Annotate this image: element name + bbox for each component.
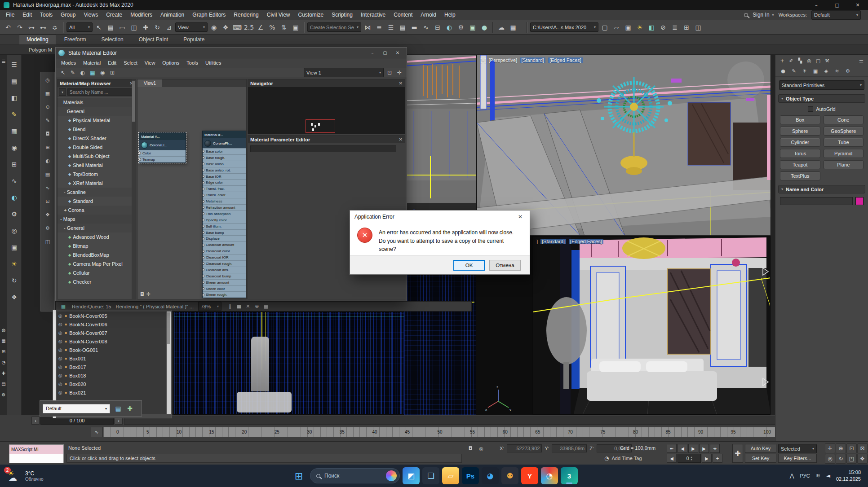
- sidebar-paint-icon[interactable]: ✎: [9, 109, 20, 120]
- node-parameter-slot[interactable]: Base aniso.: [203, 161, 246, 167]
- menu-item[interactable]: Customize: [294, 10, 328, 20]
- node-parameter-slot[interactable]: Sheen amount: [203, 279, 246, 285]
- manage-layers-icon[interactable]: ▤: [113, 403, 124, 414]
- slate-titlebar[interactable]: Slate Material Editor – ▢ ✕: [56, 48, 407, 58]
- browser-item-standard[interactable]: ◆ Standard: [58, 197, 136, 206]
- ribbon-tab[interactable]: Populate: [176, 35, 212, 44]
- navigator-close-icon[interactable]: ✕: [399, 81, 403, 86]
- scene-security-icon[interactable]: ⊘: [658, 22, 669, 33]
- visibility-eye-icon[interactable]: ◎: [58, 339, 62, 344]
- browser-item-blend[interactable]: ◆ Blend: [58, 125, 136, 134]
- object-type-button[interactable]: GeoSphere: [824, 127, 864, 136]
- scene-explorer-row[interactable]: ◎ ▪ Box001: [57, 354, 166, 363]
- node-parameter-slot[interactable]: Self-illum.: [203, 223, 246, 229]
- current-frame-field[interactable]: 0 ▴▾: [678, 454, 701, 463]
- zoom-render-icon[interactable]: ⊕: [253, 303, 261, 311]
- start-button[interactable]: ⊞: [290, 467, 307, 484]
- edge-dock-icon[interactable]: ◍: [0, 326, 7, 333]
- sidebar-misc-icon[interactable]: ❖: [9, 292, 20, 303]
- next-frame-button[interactable]: ▶: [702, 454, 712, 463]
- visibility-eye-icon[interactable]: ◎: [58, 390, 62, 395]
- put-material-to-scene-icon[interactable]: ◐: [78, 68, 87, 77]
- toggle-ribbon-icon[interactable]: ▬: [409, 22, 420, 33]
- viewport-label-part[interactable]: [Perspective]: [489, 57, 518, 63]
- menu-item[interactable]: Tools: [36, 10, 57, 20]
- modify-tab-icon[interactable]: ✐: [787, 57, 795, 65]
- ribbon-panel-label[interactable]: Polygon M: [29, 47, 52, 53]
- maxscript-input[interactable]: [9, 454, 63, 463]
- create-tab-icon[interactable]: +: [778, 57, 786, 65]
- canvas-pan-icon[interactable]: ✛: [146, 291, 151, 297]
- material-node-corona-light[interactable]: Material #... CoronaLi... ColorTexmap: [139, 132, 186, 163]
- node-canvas[interactable]: Material #... CoronaLi... ColorTexmap Ma…: [137, 87, 246, 299]
- sidebar-geometry-icon[interactable]: ▦: [9, 126, 20, 136]
- layout-all-icon[interactable]: ⊞: [108, 68, 117, 77]
- render-in-cloud-icon[interactable]: ☁: [496, 22, 507, 33]
- inner-tool-icon[interactable]: ◫: [44, 237, 52, 246]
- sidebar-light-icon[interactable]: ☀: [9, 259, 20, 269]
- browser-search-options-icon[interactable]: ▾: [59, 88, 66, 96]
- previous-key-button[interactable]: ◀: [678, 444, 687, 453]
- menu-item[interactable]: Arnold: [416, 10, 440, 20]
- browser-item-double-sided[interactable]: ◆ Double Sided: [58, 143, 136, 152]
- visibility-eye-icon[interactable]: ◎: [58, 356, 62, 361]
- visibility-eye-icon[interactable]: ◎: [58, 382, 62, 386]
- view-tab[interactable]: View1: [137, 79, 162, 87]
- track-bar[interactable]: [124, 417, 784, 425]
- display-tab-icon[interactable]: ▢: [814, 57, 822, 65]
- object-type-button[interactable]: Box: [780, 115, 820, 124]
- align-icon[interactable]: ≡: [374, 22, 385, 33]
- node-parameter-slot[interactable]: Base color: [203, 148, 246, 154]
- edge-dock-icon[interactable]: ✚: [0, 369, 7, 377]
- search-icon[interactable]: [744, 13, 748, 17]
- reference-coordinate-dropdown[interactable]: View ▾: [175, 22, 208, 32]
- geometry-category-icon[interactable]: ●: [779, 67, 787, 75]
- menu-item[interactable]: Graph Editors: [188, 10, 230, 20]
- scene-explorer-row[interactable]: ◎ ▪ BookN-Cover006: [57, 320, 166, 329]
- perspective-viewport-label[interactable]: [+][Perspective][Standard][Edged Faces]: [480, 57, 583, 63]
- browser-group-scanline[interactable]: ◆ - Scanline: [58, 188, 136, 197]
- inner-tool-icon[interactable]: ▤: [44, 170, 52, 178]
- maximize-viewport-toggle-icon[interactable]: ◳: [846, 454, 857, 464]
- goto-end-button[interactable]: ↠: [710, 444, 720, 453]
- helpers-category-icon[interactable]: ◈: [822, 67, 830, 75]
- browser-item-cellular[interactable]: ◆ Cellular: [58, 268, 136, 277]
- menu-item[interactable]: Civil View: [263, 10, 294, 20]
- node-parameter-slot[interactable]: Edge color: [203, 179, 246, 185]
- inner-tool-icon[interactable]: ❖: [44, 211, 52, 219]
- minimize-button[interactable]: –: [806, 0, 827, 10]
- sidebar-menu-icon[interactable]: ☰: [9, 59, 20, 70]
- scene-explorer-row[interactable]: ◎ ▪ Box021: [57, 388, 166, 397]
- panel-menu-icon[interactable]: ☰: [857, 57, 865, 65]
- object-type-button[interactable]: Plane: [824, 160, 864, 169]
- sidebar-camera-icon[interactable]: ▣: [9, 242, 20, 253]
- use-pivot-point-center-icon[interactable]: ◉: [208, 22, 219, 33]
- menu-item[interactable]: Edit: [18, 10, 36, 20]
- render-setup-icon[interactable]: ⚙: [456, 22, 466, 33]
- create-layer-icon[interactable]: ✚: [124, 403, 135, 414]
- select-and-rotate-icon[interactable]: ↻: [152, 22, 163, 33]
- yandex[interactable]: Y: [521, 467, 538, 484]
- curve-editor-icon[interactable]: ∿: [421, 22, 431, 33]
- select-and-manipulate-icon[interactable]: ❖: [220, 22, 231, 33]
- scene-explorer-row[interactable]: ◎ ▪ Book-OG001: [57, 346, 166, 354]
- schematic-view-icon[interactable]: ⊟: [432, 22, 443, 33]
- parameter-editor-field[interactable]: [250, 145, 396, 152]
- display-toggle-icon[interactable]: ◫: [693, 22, 704, 33]
- timeline-ruler[interactable]: 0510152025303540455055606570758085909510…: [103, 427, 784, 437]
- object-type-rollout[interactable]: ▾ Object Type: [778, 94, 865, 103]
- inner-tool-icon[interactable]: ⚙: [44, 224, 52, 232]
- rendered-frame-window-icon[interactable]: ▣: [467, 22, 478, 33]
- pan-view-icon[interactable]: ✛: [825, 443, 835, 453]
- edge-dock-icon[interactable]: ◔: [0, 359, 7, 366]
- language-indicator[interactable]: РУС: [800, 473, 810, 478]
- inner-tool-icon[interactable]: ∿: [44, 184, 52, 192]
- menu-item[interactable]: Interactive: [357, 10, 390, 20]
- render-progress-dropdown[interactable]: 78% ▾: [198, 302, 221, 311]
- zoom-region-icon[interactable]: ⊡: [846, 443, 857, 453]
- render-production-icon[interactable]: ●: [479, 22, 490, 33]
- sidebar-selection-icon[interactable]: ◉: [9, 142, 20, 153]
- redo-icon[interactable]: ↷: [14, 22, 25, 33]
- scene-explorer-row[interactable]: ◎ ▪ Box018: [57, 371, 166, 380]
- browser-search-input[interactable]: [67, 88, 134, 96]
